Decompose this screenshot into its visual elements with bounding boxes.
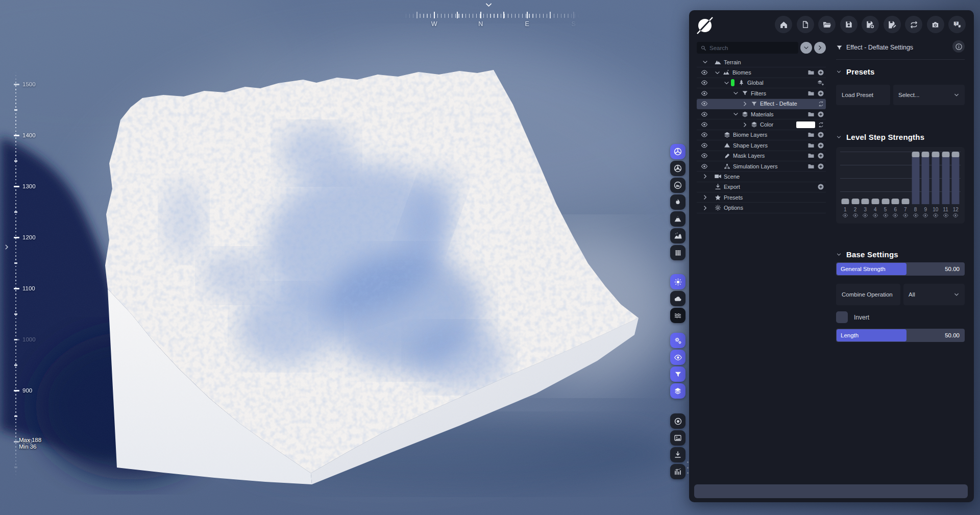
bar-eye-toggle[interactable]: [911, 210, 921, 219]
chevron-right-icon[interactable]: [741, 101, 749, 107]
open-folder-button[interactable]: [818, 16, 836, 33]
rail-screenshot-gallery-button[interactable]: [670, 430, 685, 446]
tree-row-biome-layers[interactable]: Biome Layers: [697, 130, 826, 140]
chart-bar-11[interactable]: 11: [941, 147, 951, 219]
rail-export-button[interactable]: [670, 447, 685, 462]
tree-row-terrain[interactable]: Terrain: [697, 57, 826, 67]
eye-icon[interactable]: [701, 69, 708, 76]
chevron-right-icon[interactable]: [701, 194, 709, 201]
new-file-button[interactable]: [797, 16, 814, 33]
eye-icon[interactable]: [701, 131, 708, 138]
base-settings-section-header[interactable]: Base Settings: [836, 250, 898, 259]
rail-grid-button[interactable]: [670, 245, 685, 260]
rail-landscape-button[interactable]: [670, 228, 685, 243]
bar-cap-handle[interactable]: [862, 199, 869, 204]
combine-operation-dropdown[interactable]: All: [903, 284, 965, 305]
color-swatch[interactable]: [796, 121, 815, 128]
refresh-icon[interactable]: [818, 101, 824, 107]
chart-bar-10[interactable]: 10: [930, 147, 941, 219]
eye-icon[interactable]: [701, 90, 708, 97]
tree-row-export[interactable]: Export: [697, 182, 826, 192]
bar-eye-toggle[interactable]: [840, 210, 850, 219]
chart-bar-3[interactable]: 3: [860, 147, 870, 219]
tree-row-biomes[interactable]: Biomes: [697, 67, 826, 78]
length-slider[interactable]: Length 50.00: [836, 329, 965, 342]
rail-water-button[interactable]: [670, 308, 685, 323]
folder-icon[interactable]: [807, 152, 815, 159]
tree-row-color[interactable]: Color: [697, 119, 826, 130]
bar-cap-handle[interactable]: [851, 199, 859, 204]
bar-cap-handle[interactable]: [952, 152, 960, 157]
bar[interactable]: [912, 157, 919, 204]
add-icon[interactable]: [817, 142, 824, 149]
tree-expand-button[interactable]: [814, 42, 826, 54]
home-button[interactable]: [775, 16, 792, 33]
folder-icon[interactable]: [807, 90, 815, 97]
bar-cap-handle[interactable]: [932, 152, 939, 157]
left-panel-expand-handle-icon[interactable]: [3, 243, 10, 251]
load-preset-dropdown[interactable]: Select...: [893, 85, 965, 105]
chart-bar-4[interactable]: 4: [870, 147, 880, 219]
eye-icon[interactable]: [701, 152, 708, 159]
rail-sun-lighting-button[interactable]: [670, 274, 685, 289]
folder-icon[interactable]: [807, 111, 815, 118]
eye-icon[interactable]: [701, 142, 708, 149]
chevron-down-icon[interactable]: [701, 59, 709, 65]
rail-record-button[interactable]: [670, 413, 685, 429]
eye-icon[interactable]: [701, 79, 708, 86]
tree-collapse-all-button[interactable]: [800, 42, 812, 54]
chart-bar-7[interactable]: 7: [900, 147, 911, 219]
presets-section-header[interactable]: Presets: [836, 67, 875, 76]
add-icon[interactable]: [817, 131, 824, 138]
rail-mountain-button[interactable]: [670, 211, 685, 227]
bar-eye-toggle[interactable]: [941, 210, 951, 219]
eye-icon[interactable]: [701, 163, 708, 170]
bar-cap-handle[interactable]: [912, 152, 919, 157]
tree-row-presets[interactable]: Presets: [697, 192, 826, 203]
bar[interactable]: [942, 157, 949, 204]
bar[interactable]: [932, 157, 939, 204]
chevron-right-icon[interactable]: [741, 121, 749, 128]
app-logo-icon[interactable]: [693, 13, 718, 38]
bar-cap-handle[interactable]: [892, 199, 899, 204]
add-icon[interactable]: [817, 183, 824, 190]
chevron-down-icon[interactable]: [713, 69, 722, 76]
rail-simulation-settings-button[interactable]: [670, 333, 685, 348]
eye-icon[interactable]: [701, 111, 708, 118]
chart-bar-6[interactable]: 6: [890, 147, 900, 219]
chart-bar-9[interactable]: 9: [920, 147, 930, 219]
add-icon[interactable]: [817, 90, 824, 97]
bar-eye-toggle[interactable]: [930, 210, 941, 219]
tree-row-materials[interactable]: Materials: [697, 109, 826, 119]
tree-row-options[interactable]: Options: [697, 203, 826, 213]
add-icon[interactable]: [817, 152, 824, 159]
bar[interactable]: [922, 157, 929, 204]
chart-bar-8[interactable]: 8: [911, 147, 921, 219]
tree-row-scene[interactable]: Scene: [697, 171, 826, 182]
chevron-right-icon[interactable]: [701, 173, 709, 180]
bar-eye-toggle[interactable]: [950, 210, 961, 219]
bar-cap-handle[interactable]: [942, 152, 949, 157]
status-progress-bar[interactable]: [694, 484, 968, 498]
bar-eye-toggle[interactable]: [920, 210, 930, 219]
refresh-icon[interactable]: [818, 121, 824, 128]
rail-statistics-button[interactable]: [670, 464, 685, 479]
tree-row-global[interactable]: Global: [697, 78, 826, 88]
sync-button[interactable]: [905, 16, 922, 33]
general-strength-slider[interactable]: General Strength 50.00: [836, 262, 965, 276]
bar-eye-toggle[interactable]: [900, 210, 911, 219]
rail-terrain-mode-button[interactable]: [670, 144, 685, 159]
folder-icon[interactable]: [807, 163, 815, 170]
chart-bar-12[interactable]: 12: [950, 147, 961, 219]
bar-cap-handle[interactable]: [871, 199, 879, 204]
tree-row-shape-layers[interactable]: Shape Layers: [697, 140, 826, 151]
add-icon[interactable]: [817, 163, 824, 170]
bar-eye-toggle[interactable]: [850, 210, 861, 219]
folder-icon[interactable]: [807, 69, 815, 76]
bar-cap-handle[interactable]: [922, 152, 929, 157]
level-steps-section-header[interactable]: Level Step Strengths: [836, 133, 924, 141]
bar-eye-toggle[interactable]: [860, 210, 870, 219]
info-button[interactable]: [952, 40, 965, 53]
bar[interactable]: [952, 157, 960, 204]
folder-icon[interactable]: [807, 131, 815, 138]
